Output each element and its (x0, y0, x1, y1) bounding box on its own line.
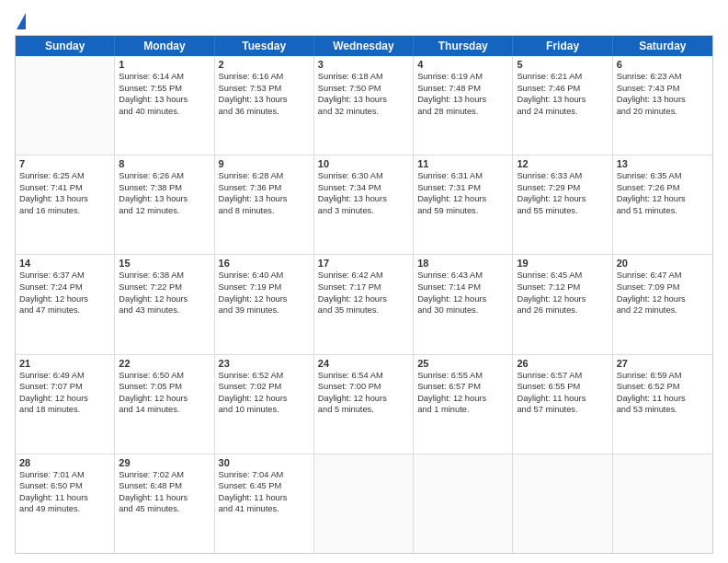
cell-info-line: Sunset: 7:43 PM (617, 83, 709, 95)
cal-cell-day-20: 20Sunrise: 6:47 AMSunset: 7:09 PMDayligh… (613, 255, 712, 353)
cell-info-line: Daylight: 13 hours (219, 193, 310, 205)
cell-info-line: and 3 minutes. (318, 205, 409, 217)
cal-header-saturday: Saturday (613, 36, 712, 56)
day-number: 23 (219, 358, 310, 369)
cell-info-line: Daylight: 12 hours (219, 393, 310, 405)
cell-info-line: Sunrise: 6:42 AM (318, 270, 409, 282)
cell-info-line: Sunset: 7:12 PM (517, 282, 608, 293)
cell-info-line: Sunrise: 6:28 AM (219, 170, 310, 182)
cal-cell-empty (613, 454, 712, 553)
day-number: 7 (19, 158, 110, 169)
cell-info-line: Daylight: 13 hours (219, 94, 310, 106)
header (15, 13, 713, 29)
cell-info-line: and 36 minutes. (219, 106, 310, 118)
cell-info-line: Sunrise: 6:14 AM (119, 71, 210, 83)
cell-info-line: Sunrise: 7:01 AM (19, 469, 110, 481)
cell-info-line: Sunrise: 6:55 AM (417, 370, 508, 382)
cal-cell-day-12: 12Sunrise: 6:33 AMSunset: 7:29 PMDayligh… (513, 155, 612, 254)
cell-info-line: and 30 minutes. (417, 304, 508, 316)
cell-info-line: and 49 minutes. (19, 503, 110, 515)
cell-info-line: Sunset: 6:50 PM (19, 480, 110, 492)
cell-info-line: and 5 minutes. (318, 404, 409, 416)
cal-cell-day-10: 10Sunrise: 6:30 AMSunset: 7:34 PMDayligh… (314, 155, 414, 254)
cell-info-line: Sunset: 7:07 PM (19, 381, 110, 393)
cell-info-line: Sunrise: 6:33 AM (517, 170, 608, 182)
cell-info-line: Sunset: 7:17 PM (318, 282, 409, 293)
cal-cell-day-23: 23Sunrise: 6:52 AMSunset: 7:02 PMDayligh… (215, 355, 314, 454)
cell-info-line: Sunrise: 6:21 AM (517, 71, 608, 83)
cell-info-line: and 35 minutes. (318, 304, 409, 316)
cell-info-line: Daylight: 12 hours (417, 393, 508, 405)
cell-info-line: Daylight: 12 hours (517, 293, 608, 305)
cell-info-line: and 18 minutes. (19, 404, 110, 416)
cell-info-line: Daylight: 13 hours (318, 193, 409, 205)
cell-info-line: Daylight: 12 hours (318, 293, 409, 305)
cell-info-line: Daylight: 12 hours (19, 293, 110, 305)
day-number: 2 (219, 59, 310, 70)
cal-header-wednesday: Wednesday (314, 36, 414, 56)
day-number: 25 (417, 358, 508, 369)
day-number: 14 (19, 258, 110, 269)
cal-cell-empty (314, 454, 414, 553)
cal-cell-day-8: 8Sunrise: 6:26 AMSunset: 7:38 PMDaylight… (115, 155, 214, 254)
cal-header-tuesday: Tuesday (215, 36, 314, 56)
cell-info-line: Daylight: 12 hours (417, 193, 508, 205)
day-number: 22 (119, 358, 210, 369)
cell-info-line: Sunrise: 6:31 AM (417, 170, 508, 182)
cell-info-line: Sunset: 6:45 PM (219, 480, 310, 492)
cal-cell-day-6: 6Sunrise: 6:23 AMSunset: 7:43 PMDaylight… (613, 56, 712, 155)
cell-info-line: and 10 minutes. (219, 404, 310, 416)
cell-info-line: and 41 minutes. (219, 503, 310, 515)
cell-info-line: and 40 minutes. (119, 106, 210, 118)
day-number: 30 (219, 457, 310, 468)
cell-info-line: Sunset: 7:05 PM (119, 381, 210, 393)
cell-info-line: and 26 minutes. (517, 304, 608, 316)
cell-info-line: Daylight: 12 hours (417, 293, 508, 305)
cell-info-line: Sunrise: 6:18 AM (318, 71, 409, 83)
cell-info-line: and 14 minutes. (119, 404, 210, 416)
cell-info-line: Sunrise: 6:37 AM (19, 270, 110, 282)
cell-info-line: and 16 minutes. (19, 205, 110, 217)
cell-info-line: Sunset: 7:48 PM (417, 83, 508, 95)
cal-cell-day-22: 22Sunrise: 6:50 AMSunset: 7:05 PMDayligh… (115, 355, 214, 454)
cell-info-line: and 47 minutes. (19, 304, 110, 316)
day-number: 5 (517, 59, 608, 70)
cell-info-line: Sunset: 7:34 PM (318, 182, 409, 194)
cell-info-line: Sunset: 7:00 PM (318, 381, 409, 393)
cell-info-line: Daylight: 13 hours (417, 94, 508, 106)
day-number: 20 (617, 258, 709, 269)
cell-info-line: Sunrise: 6:16 AM (219, 71, 310, 83)
cell-info-line: Sunrise: 7:04 AM (219, 469, 310, 481)
day-number: 12 (517, 158, 608, 169)
cell-info-line: Daylight: 11 hours (617, 393, 709, 405)
cal-cell-day-26: 26Sunrise: 6:57 AMSunset: 6:55 PMDayligh… (513, 355, 612, 454)
cal-cell-day-5: 5Sunrise: 6:21 AMSunset: 7:46 PMDaylight… (513, 56, 612, 155)
cell-info-line: and 39 minutes. (219, 304, 310, 316)
cell-info-line: and 45 minutes. (119, 503, 210, 515)
day-number: 29 (119, 457, 210, 468)
cell-info-line: Daylight: 11 hours (119, 492, 210, 504)
cell-info-line: and 20 minutes. (617, 106, 709, 118)
cell-info-line: Sunset: 7:24 PM (19, 282, 110, 293)
cell-info-line: and 59 minutes. (417, 205, 508, 217)
cell-info-line: Sunset: 7:53 PM (219, 83, 310, 95)
cal-cell-day-21: 21Sunrise: 6:49 AMSunset: 7:07 PMDayligh… (16, 355, 115, 454)
cal-week-3: 14Sunrise: 6:37 AMSunset: 7:24 PMDayligh… (16, 255, 712, 354)
day-number: 4 (417, 59, 508, 70)
cell-info-line: Sunset: 7:55 PM (119, 83, 210, 95)
day-number: 13 (617, 158, 709, 169)
cell-info-line: Daylight: 13 hours (617, 94, 709, 106)
cell-info-line: and 51 minutes. (617, 205, 709, 217)
cal-cell-day-29: 29Sunrise: 7:02 AMSunset: 6:48 PMDayligh… (115, 454, 214, 553)
cell-info-line: Sunset: 7:31 PM (417, 182, 508, 194)
cal-cell-empty (414, 454, 513, 553)
cell-info-line: Daylight: 12 hours (119, 293, 210, 305)
cal-cell-day-13: 13Sunrise: 6:35 AMSunset: 7:26 PMDayligh… (613, 155, 712, 254)
cell-info-line: Sunrise: 6:59 AM (617, 370, 709, 382)
cell-info-line: Daylight: 12 hours (19, 393, 110, 405)
cell-info-line: Daylight: 13 hours (19, 193, 110, 205)
cell-info-line: Sunrise: 6:35 AM (617, 170, 709, 182)
day-number: 16 (219, 258, 310, 269)
cal-cell-day-11: 11Sunrise: 6:31 AMSunset: 7:31 PMDayligh… (414, 155, 513, 254)
day-number: 27 (617, 358, 709, 369)
